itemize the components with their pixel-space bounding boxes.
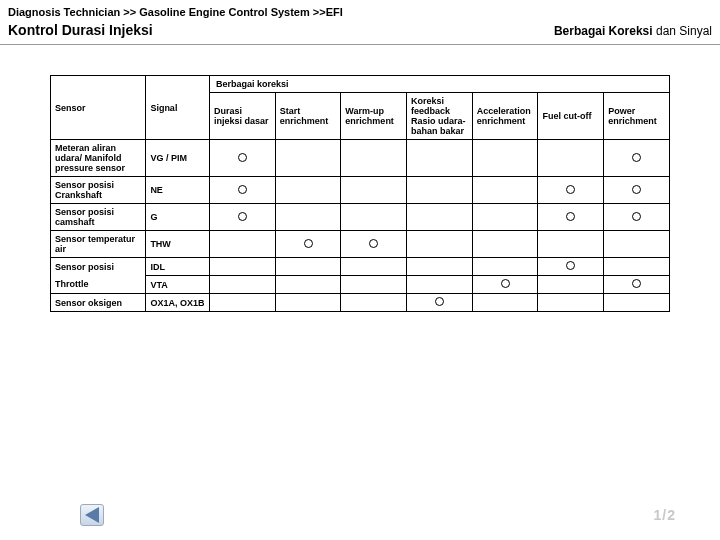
breadcrumb: Diagnosis Technician >> Gasoline Engine … [0, 0, 720, 20]
mark-cell [472, 258, 538, 276]
page-subtitle: Berbagai Koreksi dan Sinyal [554, 24, 712, 38]
signal-cell: G [146, 204, 210, 231]
mark-cell [341, 231, 407, 258]
table-row: Sensor temperatur airTHW [51, 231, 670, 258]
header-sensor: Sensor [51, 76, 146, 140]
circle-icon [238, 153, 247, 162]
circle-icon [632, 279, 641, 288]
mark-cell [209, 204, 275, 231]
circle-icon [501, 279, 510, 288]
mark-cell [472, 204, 538, 231]
mark-cell [604, 204, 670, 231]
correction-table: Sensor Signal Berbagai koreksi Durasi in… [50, 75, 670, 312]
mark-cell [209, 140, 275, 177]
mark-cell [538, 276, 604, 294]
footer: 1/2 [0, 504, 720, 526]
mark-cell [209, 294, 275, 312]
signal-cell: OX1A, OX1B [146, 294, 210, 312]
mark-cell [538, 177, 604, 204]
circle-icon [632, 185, 641, 194]
mark-cell [275, 231, 341, 258]
signal-cell: NE [146, 177, 210, 204]
mark-cell [275, 140, 341, 177]
mark-cell [407, 177, 473, 204]
table-row: Sensor posisiIDL [51, 258, 670, 276]
mark-cell [209, 276, 275, 294]
col-accel: Acceleration enrichment [472, 93, 538, 140]
mark-cell [407, 258, 473, 276]
mark-cell [341, 204, 407, 231]
mark-cell [341, 177, 407, 204]
circle-icon [632, 212, 641, 221]
mark-cell [341, 276, 407, 294]
mark-cell [341, 258, 407, 276]
table-row: Sensor posisi camshaftG [51, 204, 670, 231]
mark-cell [472, 294, 538, 312]
mark-cell [604, 258, 670, 276]
circle-icon [632, 153, 641, 162]
mark-cell [472, 276, 538, 294]
header-group: Berbagai koreksi [209, 76, 669, 93]
col-durasi: Durasi injeksi dasar [209, 93, 275, 140]
page-number: 1/2 [654, 507, 676, 523]
circle-icon [238, 185, 247, 194]
mark-cell [472, 231, 538, 258]
mark-cell [209, 231, 275, 258]
col-cutoff: Fuel cut-off [538, 93, 604, 140]
mark-cell [604, 231, 670, 258]
sensor-cell: Throttle [51, 276, 146, 294]
col-start: Start enrichment [275, 93, 341, 140]
sensor-cell: Sensor posisi Crankshaft [51, 177, 146, 204]
mark-cell [538, 258, 604, 276]
page-title: Kontrol Durasi Injeksi [8, 22, 153, 38]
table-row: ThrottleVTA [51, 276, 670, 294]
mark-cell [538, 204, 604, 231]
sensor-cell: Sensor posisi camshaft [51, 204, 146, 231]
circle-icon [369, 239, 378, 248]
col-power: Power enrichment [604, 93, 670, 140]
mark-cell [275, 258, 341, 276]
signal-cell: VG / PIM [146, 140, 210, 177]
back-arrow-icon [85, 507, 99, 523]
signal-cell: THW [146, 231, 210, 258]
mark-cell [407, 276, 473, 294]
circle-icon [566, 261, 575, 270]
mark-cell [407, 140, 473, 177]
mark-cell [472, 140, 538, 177]
sensor-cell: Meteran aliran udara/ Manifold pressure … [51, 140, 146, 177]
mark-cell [209, 258, 275, 276]
mark-cell [407, 294, 473, 312]
circle-icon [238, 212, 247, 221]
mark-cell [538, 140, 604, 177]
col-feedback: Koreksi feedback Rasio udara-bahan bakar [407, 93, 473, 140]
sensor-cell: Sensor oksigen [51, 294, 146, 312]
subtitle-rest: dan Sinyal [653, 24, 712, 38]
mark-cell [209, 177, 275, 204]
mark-cell [604, 177, 670, 204]
subtitle-bold: Berbagai Koreksi [554, 24, 653, 38]
mark-cell [275, 177, 341, 204]
mark-cell [538, 231, 604, 258]
mark-cell [472, 177, 538, 204]
mark-cell [604, 294, 670, 312]
mark-cell [604, 140, 670, 177]
table-body: Meteran aliran udara/ Manifold pressure … [51, 140, 670, 312]
sensor-cell: Sensor posisi [51, 258, 146, 276]
mark-cell [275, 204, 341, 231]
col-warmup: Warm-up enrichment [341, 93, 407, 140]
mark-cell [604, 276, 670, 294]
table-row: Meteran aliran udara/ Manifold pressure … [51, 140, 670, 177]
back-button[interactable] [80, 504, 104, 526]
mark-cell [275, 294, 341, 312]
mark-cell [407, 231, 473, 258]
table-row: Sensor oksigenOX1A, OX1B [51, 294, 670, 312]
mark-cell [341, 294, 407, 312]
signal-cell: VTA [146, 276, 210, 294]
sensor-cell: Sensor temperatur air [51, 231, 146, 258]
header-signal: Signal [146, 76, 210, 140]
title-row: Kontrol Durasi Injeksi Berbagai Koreksi … [0, 20, 720, 44]
circle-icon [566, 185, 575, 194]
mark-cell [538, 294, 604, 312]
table-row: Sensor posisi CrankshaftNE [51, 177, 670, 204]
signal-cell: IDL [146, 258, 210, 276]
